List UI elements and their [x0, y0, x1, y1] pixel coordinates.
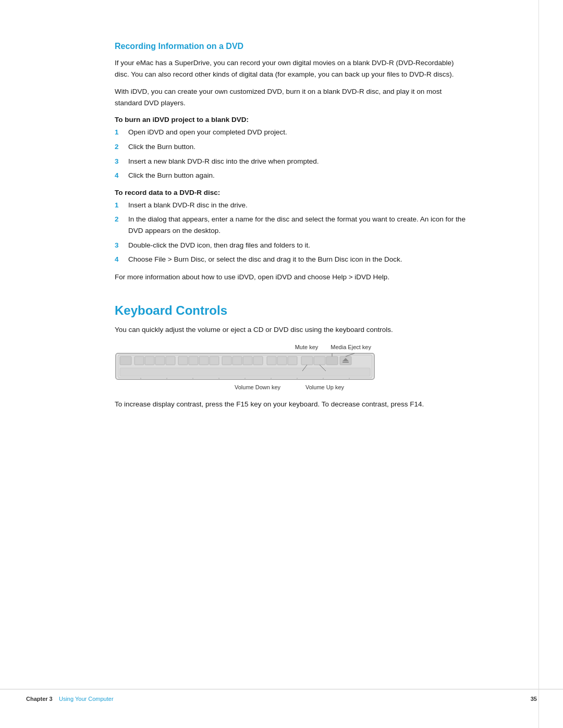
svg-rect-7 — [178, 356, 188, 365]
keyboard-bottom-labels: Volume Down key Volume Up key — [115, 384, 375, 390]
mute-key-label: Mute key — [295, 344, 319, 350]
svg-rect-23 — [342, 362, 349, 363]
footer-bar: Chapter 3 Using Your Computer 35 — [0, 689, 563, 702]
list-number: 1 — [115, 127, 125, 138]
svg-rect-18 — [301, 356, 313, 365]
list-item-text: Click the Burn button again. — [128, 170, 215, 181]
svg-rect-15 — [267, 356, 276, 365]
list-item-text: Insert a new blank DVD-R disc into the d… — [128, 156, 319, 167]
svg-rect-11 — [222, 356, 231, 365]
svg-rect-6 — [166, 356, 175, 365]
list-item: 1 Insert a blank DVD-R disc in the drive… — [115, 200, 469, 211]
keyboard-illustration — [115, 352, 375, 381]
svg-rect-10 — [210, 356, 219, 365]
page-content: Recording Information on a DVD If your e… — [115, 42, 469, 410]
subsection1-steps-list: 1 Open iDVD and open your completed DVD … — [115, 127, 469, 181]
keyboard-top-labels: Mute key Media Eject key — [115, 344, 375, 350]
media-eject-key-label: Media Eject key — [331, 344, 371, 350]
svg-rect-14 — [253, 356, 263, 365]
svg-rect-17 — [288, 356, 297, 365]
svg-rect-12 — [232, 356, 242, 365]
list-item-text: Choose File > Burn Disc, or select the d… — [128, 254, 402, 265]
list-item: 1 Open iDVD and open your completed DVD … — [115, 127, 469, 138]
section1-title: Recording Information on a DVD — [115, 42, 469, 51]
list-number: 4 — [115, 254, 125, 265]
list-number: 2 — [115, 214, 125, 225]
svg-rect-3 — [134, 356, 144, 365]
list-item-text: Open iDVD and open your completed DVD pr… — [128, 127, 287, 138]
list-item: 2 In the dialog that appears, enter a na… — [115, 214, 469, 236]
page-vertical-rule — [538, 0, 539, 728]
section2-title: Keyboard Controls — [115, 303, 469, 318]
section2-paragraph1: You can quickly adjust the volume or eje… — [115, 324, 469, 336]
list-item: 3 Double-click the DVD icon, then drag f… — [115, 240, 469, 251]
svg-rect-19 — [314, 356, 325, 365]
list-item-text: Insert a blank DVD-R disc in the drive. — [128, 200, 248, 211]
volume-down-key-label: Volume Down key — [235, 384, 280, 390]
svg-rect-4 — [145, 356, 154, 365]
subsection2-label: To record data to a DVD-R disc: — [115, 189, 469, 196]
list-item: 2 Click the Burn button. — [115, 141, 469, 153]
list-item: 3 Insert a new blank DVD-R disc into the… — [115, 156, 469, 167]
list-number: 3 — [115, 156, 125, 167]
list-number: 1 — [115, 200, 125, 211]
chapter-link: Using Your Computer — [59, 696, 114, 702]
svg-rect-2 — [120, 356, 131, 365]
subsection2-steps-list: 1 Insert a blank DVD-R disc in the drive… — [115, 200, 469, 265]
section1-paragraph3: For more information about how to use iD… — [115, 272, 469, 283]
list-item-text: Click the Burn button. — [128, 141, 195, 153]
list-item: 4 Click the Burn button again. — [115, 170, 469, 181]
svg-rect-13 — [243, 356, 252, 365]
list-number: 4 — [115, 170, 125, 181]
subsection1-label: To burn an iDVD project to a blank DVD: — [115, 116, 469, 124]
svg-rect-20 — [326, 356, 338, 365]
chapter-label: Chapter 3 — [26, 696, 53, 702]
svg-rect-24 — [120, 368, 370, 376]
svg-rect-9 — [199, 356, 209, 365]
volume-up-key-label: Volume Up key — [305, 384, 344, 390]
list-number: 2 — [115, 141, 125, 153]
svg-rect-5 — [155, 356, 165, 365]
section1-paragraph2: With iDVD, you can create your own custo… — [115, 86, 469, 108]
list-item-text: In the dialog that appears, enter a name… — [128, 214, 469, 236]
page-container: Recording Information on a DVD If your e… — [0, 0, 563, 728]
keyboard-diagram-container: Mute key Media Eject key — [115, 344, 375, 390]
footer-page-number: 35 — [531, 696, 537, 702]
list-item-text: Double-click the DVD icon, then drag fil… — [128, 240, 310, 251]
svg-rect-8 — [189, 356, 198, 365]
section2-paragraph2: To increase display contrast, press the … — [115, 399, 469, 410]
list-number: 3 — [115, 240, 125, 251]
footer-chapter: Chapter 3 Using Your Computer — [26, 696, 114, 702]
svg-rect-16 — [277, 356, 287, 365]
list-item: 4 Choose File > Burn Disc, or select the… — [115, 254, 469, 265]
section1-paragraph1: If your eMac has a SuperDrive, you can r… — [115, 57, 469, 80]
